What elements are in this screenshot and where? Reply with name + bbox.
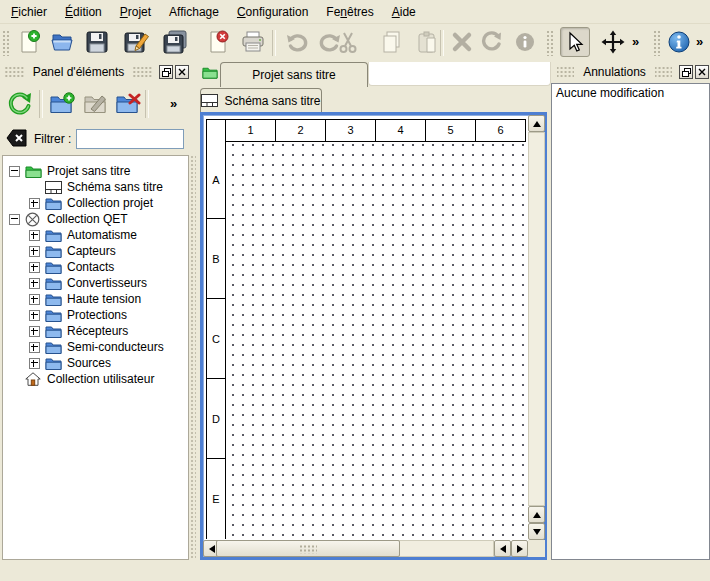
row-header-cell: B <box>207 219 225 299</box>
delete-button[interactable] <box>447 27 477 57</box>
expand-icon[interactable] <box>29 326 40 337</box>
copy-button[interactable] <box>377 27 407 57</box>
cut-button[interactable] <box>333 27 363 57</box>
copy-icon <box>380 30 404 54</box>
edit-category-button[interactable] <box>80 88 112 120</box>
folder-green-icon <box>25 164 43 178</box>
expand-icon[interactable] <box>29 278 40 289</box>
close-panel-button[interactable] <box>175 65 189 79</box>
scroll-left-button[interactable] <box>494 540 511 557</box>
move-cross-icon <box>601 30 625 54</box>
move-tool-button[interactable] <box>598 27 628 57</box>
vertical-scrollbar-track[interactable] <box>528 132 545 506</box>
tree-item-haute-tension[interactable]: Haute tension <box>3 291 188 307</box>
float-panel-button[interactable] <box>159 65 173 79</box>
tree-item-projet-sans-titre[interactable]: Projet sans titre <box>3 163 188 179</box>
tree-item-automatisme[interactable]: Automatisme <box>3 227 188 243</box>
tab-projet-sans-titre[interactable]: Projet sans titre <box>220 62 368 87</box>
expand-icon[interactable] <box>29 198 40 209</box>
undo-history-list[interactable]: Aucune modification <box>551 83 710 560</box>
menu-fenetres[interactable]: Fenêtres <box>317 2 382 22</box>
menu-bar: Fichier Édition Projet Affichage Configu… <box>0 0 710 24</box>
toolbar-overflow-button[interactable]: » <box>696 34 703 49</box>
menu-affichage[interactable]: Affichage <box>160 2 228 22</box>
dock-splitter[interactable] <box>190 155 196 560</box>
panel-toolbar-overflow-button[interactable]: » <box>170 96 177 111</box>
scroll-up-button[interactable] <box>528 115 545 132</box>
toolbar-drag-handle[interactable] <box>653 30 660 56</box>
up-arrow-icon <box>533 512 541 518</box>
info-blue-icon <box>667 30 691 54</box>
about-info-button[interactable] <box>664 27 694 57</box>
open-button[interactable] <box>47 27 77 57</box>
close-panel-button[interactable] <box>695 65 709 79</box>
toolbar-drag-handle[interactable] <box>546 30 553 56</box>
expand-icon[interactable] <box>29 246 40 257</box>
expand-icon[interactable] <box>29 262 40 273</box>
elements-panel-title: Panel d'éléments <box>29 65 129 79</box>
expand-icon[interactable] <box>29 294 40 305</box>
tab-bar-filler <box>368 62 551 86</box>
menu-aide[interactable]: Aide <box>383 2 425 22</box>
scroll-down-button[interactable] <box>528 523 545 540</box>
save-as-button[interactable] <box>122 27 152 57</box>
toolbar-overflow-button[interactable]: » <box>632 34 639 49</box>
tree-item-collection-qet[interactable]: Collection QET <box>3 211 188 227</box>
tree-item-convertisseurs[interactable]: Convertisseurs <box>3 275 188 291</box>
menu-configuration[interactable]: Configuration <box>228 2 317 22</box>
tree-item-contacts[interactable]: Contacts <box>3 259 188 275</box>
scrollbar-corner <box>528 540 545 557</box>
tree-item-recepteurs[interactable]: Récepteurs <box>3 323 188 339</box>
save-all-button[interactable] <box>160 27 190 57</box>
folder-blue-icon <box>45 260 63 274</box>
right-arrow-icon <box>517 545 523 553</box>
column-header-cell: 4 <box>375 120 425 141</box>
undo-icon <box>285 31 309 53</box>
paste-button[interactable] <box>412 27 442 57</box>
tab-schema-sans-titre[interactable]: Schéma sans titre <box>200 88 322 112</box>
tree-item-protections[interactable]: Protections <box>3 307 188 323</box>
scroll-up-button[interactable] <box>528 506 545 523</box>
delete-x-icon <box>451 31 473 53</box>
menu-fichier[interactable]: Fichier <box>2 2 56 22</box>
new-category-button[interactable] <box>46 88 78 120</box>
tree-item-schema-sans-titre[interactable]: Schéma sans titre <box>3 179 188 195</box>
filter-input[interactable] <box>76 129 184 149</box>
save-as-icon <box>124 30 150 54</box>
rotate-button[interactable] <box>477 27 507 57</box>
delete-category-button[interactable] <box>112 88 144 120</box>
select-tool-button[interactable] <box>560 27 590 57</box>
expand-icon[interactable] <box>29 230 40 241</box>
tree-item-semi-conducteurs[interactable]: Semi-conducteurs <box>3 339 188 355</box>
folder-blue-icon <box>45 308 63 322</box>
folder-blue-icon <box>45 340 63 354</box>
clear-filter-icon <box>6 129 28 147</box>
menu-edition[interactable]: Édition <box>56 2 111 22</box>
tree-item-capteurs[interactable]: Capteurs <box>3 243 188 259</box>
tree-item-collection-projet[interactable]: Collection projet <box>3 195 188 211</box>
tree-item-sources[interactable]: Sources <box>3 355 188 371</box>
collapse-icon[interactable] <box>9 166 20 177</box>
close-document-button[interactable] <box>203 27 233 57</box>
horizontal-scrollbar-thumb[interactable] <box>216 540 400 557</box>
row-header-cell: A <box>207 141 225 219</box>
menu-projet[interactable]: Projet <box>111 2 160 22</box>
clear-filter-button[interactable] <box>6 129 28 147</box>
element-info-button[interactable] <box>510 27 540 57</box>
toolbar-drag-handle[interactable] <box>2 30 9 56</box>
reload-collections-button[interactable] <box>4 88 36 120</box>
expand-icon[interactable] <box>29 358 40 369</box>
schema-canvas[interactable]: 1 2 3 4 5 6 A B C D E <box>200 112 547 560</box>
expand-icon[interactable] <box>29 342 40 353</box>
column-header-cell: 1 <box>225 120 275 141</box>
undo-button[interactable] <box>282 27 312 57</box>
scroll-right-button[interactable] <box>511 540 528 557</box>
float-panel-button[interactable] <box>679 65 693 79</box>
expand-icon[interactable] <box>29 310 40 321</box>
elements-tree: Projet sans titre Schéma sans titre Coll… <box>2 155 189 560</box>
print-button[interactable] <box>238 27 268 57</box>
save-button[interactable] <box>82 27 112 57</box>
tree-item-collection-utilisateur[interactable]: Collection utilisateur <box>3 371 188 387</box>
new-document-button[interactable] <box>14 27 44 57</box>
collapse-icon[interactable] <box>9 214 20 225</box>
